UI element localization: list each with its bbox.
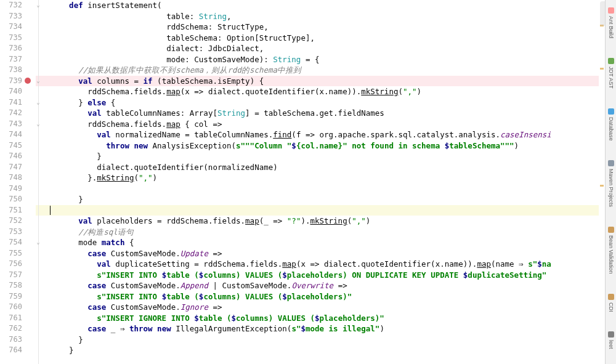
code-token: "?"	[287, 216, 301, 225]
code-line[interactable]: val placeholders = rddSchema.fields.map(…	[51, 216, 605, 227]
line-number[interactable]: 761	[0, 313, 22, 324]
code-token: (x => dialect.quoteIdentifier(x.name)).	[296, 259, 477, 269]
code-line[interactable]	[51, 205, 605, 216]
code-token: (f => org.apache.spark.sql.catalyst.anal…	[291, 130, 500, 139]
line-number[interactable]: 759	[0, 291, 22, 302]
line-number[interactable]: 745	[0, 140, 22, 152]
line-number-gutter[interactable]: 7327337347357367377387397407417427437447…	[0, 0, 36, 364]
toolwindow-tab-jdt-ast[interactable]: JDT AST	[608, 58, 614, 89]
toolwindow-tab-ant-build[interactable]: Ant Build	[608, 7, 614, 38]
code-line[interactable]: } else {	[51, 97, 605, 108]
line-number[interactable]: 755	[0, 248, 22, 259]
code-line[interactable]: //构造sql语句	[51, 227, 605, 238]
line-number[interactable]: 741	[0, 97, 22, 108]
code-line[interactable]: val tableColumnNames: Array[String] = ta…	[51, 108, 605, 119]
code-token: =>	[208, 249, 222, 258]
code-line[interactable]: case CustomSaveMode.Append | CustomSaveM…	[51, 280, 605, 291]
line-number[interactable]: 743	[0, 119, 22, 130]
code-token: { col =>	[180, 119, 222, 129]
line-number[interactable]: 764	[0, 345, 22, 356]
code-token	[51, 259, 97, 269]
warning-mark[interactable]	[600, 185, 604, 187]
code-line[interactable]: }	[51, 345, 605, 356]
code-line[interactable]: def insertStatement(	[51, 0, 605, 11]
toolwindow-tab-cdi[interactable]: CDI	[608, 294, 614, 312]
line-number[interactable]: 749	[0, 184, 22, 195]
toolwindow-tab-bean-validation[interactable]: Bean Validation	[608, 227, 614, 273]
code-line[interactable]: mode: CustomSaveMode): String = {	[51, 54, 605, 65]
line-number[interactable]: 754	[0, 237, 22, 248]
line-number[interactable]: 757	[0, 270, 22, 281]
line-number[interactable]: 751	[0, 205, 22, 216]
code-line[interactable]: table: String,	[51, 11, 605, 22]
fold-toggle-icon[interactable]: ⌄	[35, 2, 41, 8]
code-line[interactable]: rddSchema.fields.map(x => dialect.quoteI…	[51, 86, 605, 97]
code-line[interactable]: }	[51, 151, 605, 162]
code-line[interactable]: }.mkString(",")	[51, 172, 605, 184]
line-number[interactable]: 735	[0, 33, 22, 44]
fold-toggle-icon[interactable]: ⌄	[35, 78, 41, 84]
code-line[interactable]: s"INSERT IGNORE INTO $table ($columns) V…	[51, 313, 605, 324]
code-token: map	[282, 259, 296, 269]
code-token: ).	[301, 216, 310, 225]
code-line[interactable]: dialect: JdbcDialect,	[51, 43, 605, 54]
line-number[interactable]: 746	[0, 151, 22, 162]
code-token: {	[106, 98, 115, 107]
line-number[interactable]: 742	[0, 108, 22, 119]
code-line[interactable]: val normalizedName = tableColumnNames.fi…	[51, 129, 605, 140]
line-number[interactable]: 734	[0, 22, 22, 33]
line-number[interactable]: 756	[0, 259, 22, 270]
line-number[interactable]: 758	[0, 280, 22, 291]
line-number[interactable]: 738	[0, 65, 22, 76]
line-number[interactable]: 753	[0, 227, 22, 238]
code-line[interactable]: case CustomSaveMode.Ignore =>	[51, 302, 605, 313]
code-line[interactable]: rddSchema.fields.map { col =>	[51, 119, 605, 130]
line-number[interactable]: 732	[0, 0, 22, 11]
code-line[interactable]: throw new AnalysisException(s"""Column "…	[51, 140, 605, 152]
code-token: s"INSERT INTO	[97, 270, 161, 280]
code-line[interactable]: case CustomSaveMode.Update =>	[51, 248, 605, 259]
code-line[interactable]	[51, 184, 605, 195]
line-number[interactable]: 733	[0, 11, 22, 22]
breakpoint-icon[interactable]	[25, 78, 31, 84]
line-number[interactable]: 740	[0, 86, 22, 97]
code-area[interactable]: def insertStatement( table: String, rddS…	[36, 0, 605, 364]
line-number[interactable]: 739	[0, 76, 22, 87]
line-number[interactable]: 748	[0, 172, 22, 184]
line-number[interactable]: 763	[0, 334, 22, 346]
line-number[interactable]: 744	[0, 129, 22, 140]
code-line[interactable]: mode match {	[51, 237, 605, 248]
code-line[interactable]: dialect.quoteIdentifier(normalizedName)	[51, 162, 605, 173]
warning-mark[interactable]	[600, 68, 604, 70]
line-number[interactable]: 750	[0, 194, 22, 205]
code-line[interactable]: val duplicateSetting = rddSchema.fields.…	[51, 259, 605, 270]
code-token	[51, 141, 106, 150]
fold-toggle-icon[interactable]: ⌄	[35, 121, 41, 127]
code-line[interactable]: //如果从数据库中获取不到schema，则从rdd的schema中推到	[51, 65, 605, 76]
code-token: mode: CustomSaveMode):	[51, 55, 273, 64]
code-line[interactable]: val columns = if (tableSchema.isEmpty) {	[51, 76, 605, 87]
error-stripe[interactable]	[599, 0, 605, 364]
line-number[interactable]: 762	[0, 323, 22, 334]
fold-toggle-icon[interactable]: ⌄	[35, 99, 41, 105]
code-token: }	[51, 98, 87, 107]
toolwindow-tab-leet[interactable]: leet	[608, 331, 614, 349]
code-line[interactable]: s"INSERT INTO $table ($columns) VALUES (…	[51, 270, 605, 281]
line-number[interactable]: 752	[0, 216, 22, 227]
code-token: = {	[301, 55, 319, 64]
code-token: ","	[403, 87, 417, 96]
toolwindow-tab-database[interactable]: Database	[608, 108, 614, 141]
fold-toggle-icon[interactable]: ⌄	[35, 239, 41, 245]
line-number[interactable]: 760	[0, 302, 22, 313]
code-line[interactable]: }	[51, 334, 605, 346]
toolwindow-tab-maven[interactable]: Maven Projects	[608, 160, 614, 207]
code-token: na	[542, 259, 551, 269]
code-line[interactable]: tableSchema: Option[StructType],	[51, 33, 605, 44]
code-line[interactable]: }	[51, 194, 605, 205]
code-line[interactable]: case _ ⇒ throw new IllegalArgumentExcept…	[51, 323, 605, 334]
line-number[interactable]: 737	[0, 54, 22, 65]
line-number[interactable]: 747	[0, 162, 22, 173]
line-number[interactable]: 736	[0, 43, 22, 54]
code-line[interactable]: rddSchema: StructType,	[51, 22, 605, 33]
code-line[interactable]: s"INSERT INTO $table ($columns) VALUES (…	[51, 291, 605, 302]
